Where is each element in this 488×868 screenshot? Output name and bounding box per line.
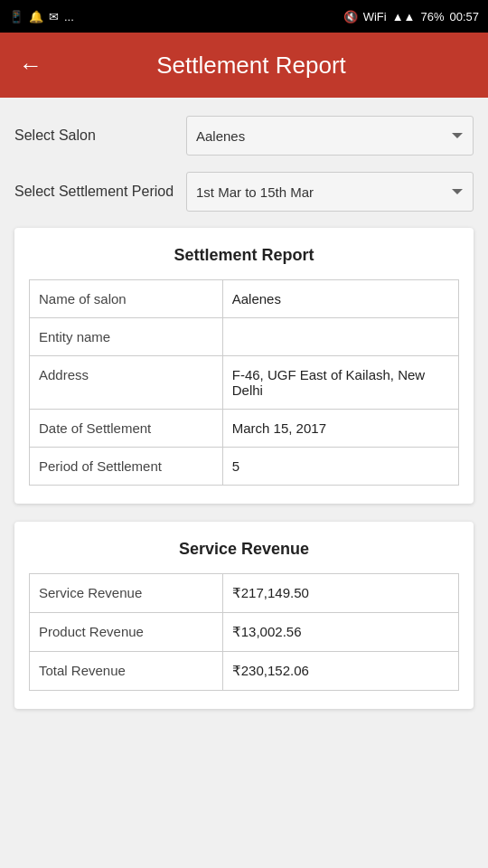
table-row: Product Revenue₹13,002.56 [30,613,459,652]
row-value [222,318,458,356]
status-bar: 📱 🔔 ✉ ... 🔇 WiFi ▲▲ 76% 00:57 [0,0,488,33]
salon-select[interactable]: Aalenes [186,116,474,156]
period-row: Select Settlement Period 1st Mar to 15th… [14,172,474,212]
period-select[interactable]: 1st Mar to 15th Mar [186,172,474,212]
table-row: Entity name [30,318,459,356]
email-icon: ✉ [49,10,59,24]
row-value: ₹217,149.50 [222,574,458,613]
table-row: Date of SettlementMarch 15, 2017 [30,410,459,448]
service-revenue-title: Service Revenue [29,540,459,559]
clock: 00:57 [449,10,479,24]
service-revenue-card: Service Revenue Service Revenue₹217,149.… [14,522,474,709]
period-label: Select Settlement Period [14,184,186,200]
wifi-icon: WiFi [363,10,387,24]
row-label: Address [30,356,223,410]
table-row: Period of Settlement5 [30,448,459,486]
status-bar-left: 📱 🔔 ✉ ... [9,10,74,24]
main-content: Select Salon Aalenes Select Settlement P… [0,98,488,745]
salon-row: Select Salon Aalenes [14,116,474,156]
table-row: Name of salonAalenes [30,280,459,318]
table-row: Total Revenue₹230,152.06 [30,652,459,691]
table-row: AddressF-46, UGF East of Kailash, New De… [30,356,459,410]
row-value: March 15, 2017 [222,410,458,448]
row-label: Product Revenue [30,613,223,652]
whatsapp-icon: 📱 [9,10,23,24]
table-row: Service Revenue₹217,149.50 [30,574,459,613]
row-value: ₹230,152.06 [222,652,458,691]
row-value: ₹13,002.56 [222,613,458,652]
battery-level: 76% [420,10,444,24]
settlement-report-table: Name of salonAalenesEntity nameAddressF-… [29,279,459,486]
mute-icon: 🔇 [343,10,358,24]
row-label: Entity name [30,318,223,356]
row-value: 5 [222,448,458,486]
salon-label: Select Salon [14,127,186,144]
row-label: Service Revenue [30,574,223,613]
signal-icon: ▲▲ [392,10,416,24]
row-value: F-46, UGF East of Kailash, New Delhi [222,356,458,410]
app-bar: ← Settlement Report [0,33,488,98]
row-value: Aalenes [222,280,458,318]
page-title: Settlement Report [61,52,474,80]
settlement-report-card: Settlement Report Name of salonAalenesEn… [14,228,474,504]
row-label: Date of Settlement [30,410,223,448]
row-label: Name of salon [30,280,223,318]
service-revenue-table: Service Revenue₹217,149.50Product Revenu… [29,573,459,691]
row-label: Total Revenue [30,652,223,691]
notification-icon: 🔔 [29,10,43,24]
back-button[interactable]: ← [14,49,47,81]
settlement-report-title: Settlement Report [29,246,459,265]
status-bar-right: 🔇 WiFi ▲▲ 76% 00:57 [343,10,479,24]
more-icon: ... [64,10,74,24]
row-label: Period of Settlement [30,448,223,486]
